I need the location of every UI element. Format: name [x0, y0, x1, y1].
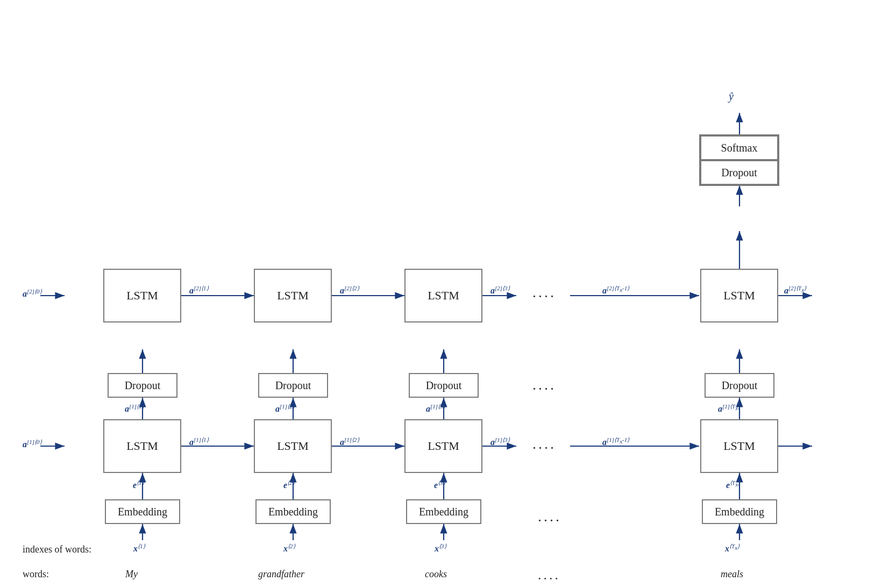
- dropout-top-output-label: Dropout: [721, 167, 757, 179]
- dropout-col1-box: Dropout: [108, 373, 177, 398]
- dots-lstm1: ....: [532, 435, 556, 453]
- lstm1-col1-label: LSTM: [126, 439, 158, 453]
- lstm1-col2-box: LSTM: [254, 419, 332, 473]
- softmax-label: Softmax: [721, 142, 758, 154]
- dots-words: ....: [538, 567, 560, 583]
- lstm2-col3-box: LSTM: [404, 269, 482, 322]
- dropout-col2-box: Dropout: [258, 373, 328, 398]
- a1-1-right-label: a[1]⟨1⟩: [189, 436, 209, 447]
- embedding-col2-label: Embedding: [268, 506, 318, 518]
- word-meals: meals: [721, 569, 743, 580]
- lstm1-col1-box: LSTM: [103, 419, 181, 473]
- a1-tx1-label: a[1]⟨Tx-1⟩: [602, 436, 629, 447]
- word-grandfather: grandfather: [258, 569, 304, 580]
- dots-lstm2: ....: [532, 284, 556, 301]
- dropout-col4-label: Dropout: [722, 379, 758, 392]
- a2-tx1-label: a[2]⟨Tx-1⟩: [602, 285, 629, 296]
- indexes-of-words-label: indexes of words:: [23, 544, 91, 555]
- lstm1-col4-box: LSTM: [700, 419, 778, 473]
- lstm2-col4-label: LSTM: [723, 289, 755, 303]
- lstm2-col4-box: LSTM: [700, 269, 778, 322]
- a2-2-right-label: a[2]⟨2⟩: [340, 285, 359, 296]
- dropout-col3-label: Dropout: [426, 379, 462, 392]
- lstm1-col3-label: LSTM: [428, 439, 459, 453]
- dots-embed: ....: [538, 508, 561, 525]
- dropout-col1-label: Dropout: [125, 379, 161, 392]
- embedding-col3-label: Embedding: [419, 506, 468, 518]
- lstm2-col2-label: LSTM: [277, 289, 309, 303]
- a1-1-up-label: a[1]⟨1⟩: [125, 403, 144, 414]
- a2-1-right-label: a[2]⟨1⟩: [189, 285, 209, 296]
- lstm2-col1-box: LSTM: [103, 269, 181, 322]
- diagram: Softmax Dropout ŷ LSTM LSTM LSTM LSTM Dr…: [0, 0, 896, 588]
- lstm1-col3-box: LSTM: [404, 419, 482, 473]
- a2-3-right-label: a[2]⟨3⟩: [490, 285, 510, 296]
- dropout-col2-label: Dropout: [275, 379, 311, 392]
- dropout-top-output-box: Dropout: [700, 160, 778, 185]
- a2-0-label: a[2]⟨0⟩: [23, 288, 42, 299]
- dropout-col3-box: Dropout: [409, 373, 479, 398]
- a1-2-right-label: a[1]⟨2⟩: [340, 436, 359, 447]
- dots-dropout: ....: [532, 376, 556, 393]
- embedding-col1-box: Embedding: [105, 499, 180, 524]
- embedding-col4-box: Embedding: [702, 499, 777, 524]
- a1-0-label: a[1]⟨0⟩: [23, 439, 42, 449]
- word-my: My: [125, 569, 138, 580]
- x3-label: x⟨3⟩: [435, 543, 446, 554]
- a1-3-right-label: a[1]⟨3⟩: [490, 436, 510, 447]
- a2-tx-out-label: a[2]⟨Tx⟩: [784, 285, 806, 296]
- words-label: words:: [23, 569, 49, 580]
- a1-tx-up-label: a[1]⟨Tx⟩: [718, 403, 740, 414]
- xTx-label: x⟨Tx⟩: [725, 543, 739, 554]
- softmax-box: Softmax: [700, 135, 778, 160]
- embedding-col4-label: Embedding: [715, 506, 764, 518]
- e3-label: e⟨3⟩: [434, 479, 445, 490]
- lstm2-col2-box: LSTM: [254, 269, 332, 322]
- embedding-col3-box: Embedding: [406, 499, 481, 524]
- embedding-col2-box: Embedding: [255, 499, 331, 524]
- a1-2-up-label: a[1]⟨2⟩: [275, 403, 295, 414]
- x1-label: x⟨1⟩: [133, 543, 145, 554]
- e2-label: e⟨2⟩: [283, 479, 295, 490]
- y-hat-label: ŷ: [729, 90, 734, 103]
- lstm1-col2-label: LSTM: [277, 439, 309, 453]
- embedding-col1-label: Embedding: [118, 506, 167, 518]
- a1-3-up-label: a[1]⟨3⟩: [426, 403, 445, 414]
- x2-label: x⟨2⟩: [283, 543, 295, 554]
- lstm1-col4-label: LSTM: [723, 439, 755, 453]
- word-cooks: cooks: [425, 569, 447, 580]
- lstm2-col3-label: LSTM: [428, 289, 459, 303]
- eTx-label: e⟨Tx⟩: [726, 479, 740, 490]
- e1-label: e⟨1⟩: [133, 479, 144, 490]
- lstm2-col1-label: LSTM: [126, 289, 158, 303]
- dropout-col4-box: Dropout: [705, 373, 774, 398]
